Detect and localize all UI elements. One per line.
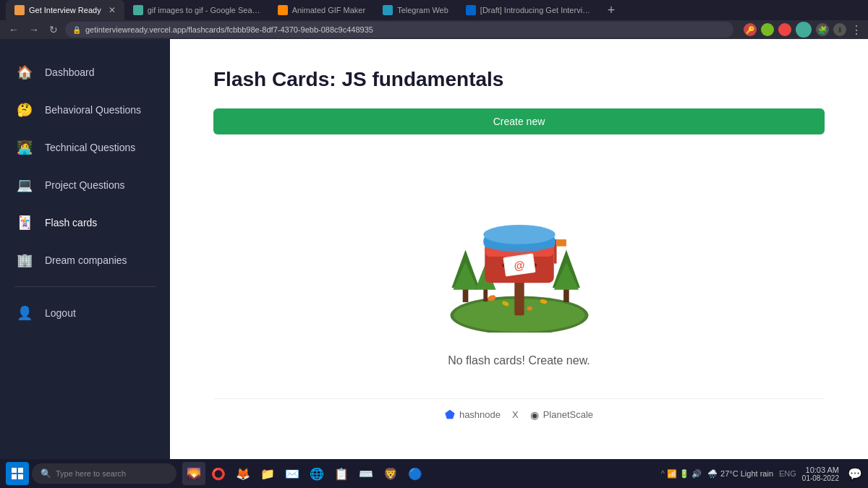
tab-5-label: [Draft] Introducing Get Interview Rea...: [480, 6, 593, 14]
project-icon: 💻: [14, 175, 35, 195]
svg-rect-29: [12, 474, 17, 479]
sidebar-item-logout[interactable]: 👤 Logout: [0, 294, 170, 332]
taskbar-app-mail[interactable]: ✉️: [281, 462, 304, 485]
taskbar-system-tray: ^ 📶 🔋 🔊 🌧️ 27°C Light rain ENG 10:03 AM …: [661, 466, 862, 482]
sidebar-item-flashcards[interactable]: 🃏 Flash cards: [0, 204, 170, 241]
browser-toolbar-icons: 🔑 🧩 ⬇ ⋮: [744, 22, 862, 38]
search-icon: 🔍: [41, 468, 51, 479]
start-button[interactable]: [6, 462, 29, 485]
svg-rect-15: [556, 239, 566, 247]
taskbar-app-circle[interactable]: ⭕: [207, 462, 230, 485]
taskbar-clock: 10:03 AM 01-08-2022: [802, 466, 839, 482]
taskbar-app-office[interactable]: 📋: [330, 462, 353, 485]
sidebar-label-dream: Dream companies: [45, 254, 127, 266]
weather-icon: 🌧️: [707, 469, 718, 479]
taskbar-app-edge[interactable]: 🌐: [305, 462, 328, 485]
address-input[interactable]: 🔒 getinterviewready.vercel.app/flashcard…: [65, 22, 733, 38]
address-bar: ← → ↻ 🔒 getinterviewready.vercel.app/fla…: [0, 20, 868, 39]
page-title: Flash Cards: JS fundamentals: [213, 68, 825, 91]
taskbar-app-vscode[interactable]: ⌨️: [354, 462, 378, 485]
empty-illustration: @: [418, 181, 621, 333]
menu-icon[interactable]: ⋮: [851, 23, 862, 37]
address-url-text: getinterviewready.vercel.app/flashcards/…: [85, 25, 373, 34]
planetscale-logo: ◉: [530, 409, 539, 421]
empty-message: No flash cards! Create new.: [448, 354, 590, 367]
footer-planetscale-label: PlanetScale: [543, 409, 593, 420]
hashnode-logo: ⬟: [445, 408, 455, 421]
footer-hashnode: ⬟ hashnode: [445, 408, 501, 421]
svg-point-22: [483, 225, 555, 244]
mailbox-svg: @: [418, 181, 621, 333]
browser-icon-3[interactable]: [778, 23, 791, 36]
svg-rect-28: [18, 468, 23, 473]
system-tray-icons: ^ 📶 🔋 🔊: [661, 469, 702, 479]
app-layout: 🏠 Dashboard 🤔 Behavioral Questions 👩‍💻 T…: [0, 39, 868, 459]
tab-4[interactable]: Telegram Web: [374, 0, 457, 20]
new-tab-button[interactable]: +: [602, 0, 621, 20]
taskbar-apps: 🌄 ⭕ 🦊 📁 ✉️ 🌐 📋 ⌨️ 🦁 🔵: [182, 462, 427, 485]
taskbar-search-box[interactable]: 🔍 Type here to search: [32, 463, 176, 484]
sidebar-item-project[interactable]: 💻 Project Questions: [0, 166, 170, 204]
download-icon[interactable]: ⬇: [833, 23, 846, 36]
sidebar-item-behavioral[interactable]: 🤔 Behavioral Questions: [0, 91, 170, 129]
sidebar: 🏠 Dashboard 🤔 Behavioral Questions 👩‍💻 T…: [0, 39, 170, 459]
taskbar-search-text: Type here to search: [56, 469, 126, 478]
tab-3-label: Animated GIF Maker: [292, 6, 365, 14]
tab-5-favicon: [466, 5, 476, 15]
dashboard-icon: 🏠: [14, 62, 35, 82]
notification-icon[interactable]: 💬: [848, 467, 862, 481]
sidebar-label-technical: Technical Questions: [45, 142, 135, 153]
tab-1[interactable]: Get Interview Ready ✕: [6, 0, 124, 20]
sidebar-divider: [14, 286, 156, 287]
sidebar-label-flashcards: Flash cards: [45, 217, 97, 228]
tab-1-favicon: [14, 5, 25, 15]
tab-4-label: Telegram Web: [397, 6, 448, 14]
taskbar-app-chrome[interactable]: 🔵: [404, 462, 427, 485]
technical-icon: 👩‍💻: [14, 137, 35, 158]
sidebar-item-dashboard[interactable]: 🏠 Dashboard: [0, 53, 170, 91]
logout-icon: 👤: [14, 303, 35, 323]
browser-icon-1[interactable]: 🔑: [744, 23, 757, 36]
taskbar-date-display: 01-08-2022: [802, 474, 839, 482]
tab-2-label: gif images to gif - Google Search: [148, 6, 260, 14]
taskbar-weather: 🌧️ 27°C Light rain: [707, 469, 773, 479]
tab-3[interactable]: Animated GIF Maker: [269, 0, 374, 20]
extensions-icon[interactable]: 🧩: [816, 23, 829, 36]
empty-state: @ No flash cards! Create new.: [213, 149, 825, 398]
tab-5[interactable]: [Draft] Introducing Get Interview Rea...: [457, 0, 602, 20]
tab-4-favicon: [383, 5, 393, 15]
create-new-button[interactable]: Create new: [213, 108, 825, 134]
sidebar-item-technical[interactable]: 👩‍💻 Technical Questions: [0, 129, 170, 166]
taskbar: 🔍 Type here to search 🌄 ⭕ 🦊 📁 ✉️ 🌐 📋 ⌨️ …: [0, 459, 868, 488]
flashcards-icon: 🃏: [14, 213, 35, 233]
tab-1-label: Get Interview Ready: [29, 6, 101, 14]
taskbar-app-firefox[interactable]: 🦊: [231, 462, 255, 485]
footer-hashnode-label: hashnode: [459, 409, 501, 420]
footer: ⬟ hashnode X ◉ PlanetScale: [213, 398, 825, 430]
sidebar-label-project: Project Questions: [45, 179, 125, 191]
weather-text: 27°C Light rain: [720, 469, 773, 478]
forward-button[interactable]: →: [26, 22, 42, 37]
main-content: Flash Cards: JS fundamentals Create new: [170, 39, 868, 459]
taskbar-time-display: 10:03 AM: [802, 466, 839, 474]
svg-rect-27: [12, 468, 17, 473]
tab-1-close[interactable]: ✕: [109, 5, 116, 15]
taskbar-app-folder[interactable]: 📁: [256, 462, 279, 485]
reload-button[interactable]: ↻: [46, 22, 61, 37]
sidebar-label-dashboard: Dashboard: [45, 67, 95, 78]
sidebar-label-behavioral: Behavioral Questions: [45, 104, 141, 116]
profile-icon[interactable]: [796, 22, 812, 38]
lock-icon: 🔒: [72, 26, 81, 34]
language-indicator: ENG: [779, 469, 796, 478]
behavioral-icon: 🤔: [14, 100, 35, 120]
back-button[interactable]: ←: [6, 22, 22, 37]
browser-icon-2[interactable]: [761, 23, 774, 36]
taskbar-app-brave[interactable]: 🦁: [379, 462, 402, 485]
footer-separator: X: [512, 409, 519, 420]
sidebar-label-logout: Logout: [45, 307, 76, 319]
taskbar-app-photo[interactable]: 🌄: [182, 462, 205, 485]
tab-2-favicon: [133, 5, 143, 15]
tab-2[interactable]: gif images to gif - Google Search: [124, 0, 269, 20]
tab-bar: Get Interview Ready ✕ gif images to gif …: [0, 0, 868, 20]
sidebar-item-dream[interactable]: 🏢 Dream companies: [0, 241, 170, 279]
